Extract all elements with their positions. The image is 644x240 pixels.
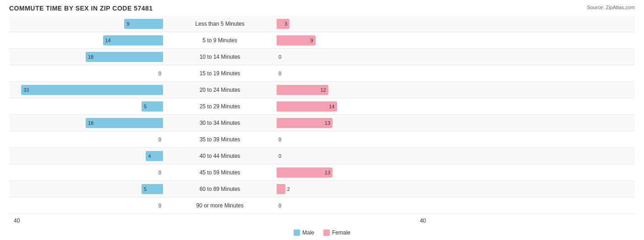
male-value: 5: [144, 104, 147, 109]
female-bar: [277, 184, 285, 194]
bar-row: 440 to 44 Minutes0: [9, 148, 635, 164]
left-section: 33: [9, 82, 165, 98]
male-bar: 18: [86, 52, 163, 62]
bar-label: 45 to 59 Minutes: [165, 169, 275, 176]
male-bar: 5: [142, 101, 163, 112]
bar-label: Less than 5 Minutes: [165, 21, 275, 27]
female-zero-value: 0: [278, 153, 281, 159]
left-section: 5: [9, 98, 165, 114]
left-section: 9: [9, 16, 165, 32]
male-value: 18: [88, 120, 93, 126]
male-bar: 5: [142, 184, 163, 194]
source-text: Source: ZipAtlas.com: [587, 5, 635, 10]
legend-male-box: [294, 229, 300, 236]
right-section: 0: [275, 49, 431, 65]
male-value: 9: [126, 21, 129, 27]
bar-row: 1830 to 34 Minutes13: [9, 115, 635, 131]
female-value: 14: [329, 104, 334, 109]
female-zero-value: 0: [278, 71, 281, 76]
female-value: 12: [320, 87, 326, 93]
bar-label: 20 to 24 Minutes: [165, 87, 275, 93]
bar-label: 90 or more Minutes: [165, 202, 275, 209]
legend-female: Female: [323, 229, 350, 236]
female-value: 3: [284, 21, 287, 27]
male-value: 18: [88, 54, 93, 60]
male-value: 33: [23, 87, 29, 93]
bar-label: 10 to 14 Minutes: [165, 54, 275, 60]
chart-title: COMMUTE TIME BY SEX IN ZIP CODE 57481: [9, 5, 153, 12]
bar-row: 090 or more Minutes0: [9, 197, 635, 214]
male-bar: 33: [21, 85, 163, 95]
female-zero-value: 0: [278, 137, 281, 142]
bar-label: 25 to 29 Minutes: [165, 103, 275, 110]
right-section: 13: [275, 164, 431, 180]
female-bar: 13: [277, 167, 333, 178]
bar-label: 35 to 39 Minutes: [165, 136, 275, 143]
left-section: 0: [9, 131, 165, 147]
female-value: 9: [310, 38, 313, 43]
bar-row: 560 to 89 Minutes2: [9, 181, 635, 197]
right-section: 3: [275, 16, 431, 32]
male-value: 5: [144, 186, 147, 192]
female-value: 13: [325, 170, 330, 175]
left-section: 0: [9, 164, 165, 180]
legend-male-label: Male: [302, 229, 314, 236]
left-section: 5: [9, 181, 165, 197]
male-value: 14: [105, 38, 111, 43]
left-section: 4: [9, 148, 165, 164]
right-section: 13: [275, 115, 431, 131]
female-zero-value: 0: [278, 203, 281, 208]
male-zero-value: 0: [158, 170, 161, 175]
bar-row: 145 to 9 Minutes9: [9, 32, 635, 49]
right-section: 12: [275, 82, 431, 98]
bar-row: 045 to 59 Minutes13: [9, 164, 635, 181]
bar-row: 1810 to 14 Minutes0: [9, 49, 635, 65]
female-bar: 9: [277, 35, 316, 45]
bar-label: 15 to 19 Minutes: [165, 70, 275, 77]
bar-label: 40 to 44 Minutes: [165, 153, 275, 159]
female-zero-value: 0: [278, 54, 281, 60]
bar-row: 035 to 39 Minutes0: [9, 131, 635, 148]
bar-label: 5 to 9 Minutes: [165, 37, 275, 44]
bar-row: 9Less than 5 Minutes3: [9, 16, 635, 32]
left-section: 14: [9, 32, 165, 48]
left-section: 0: [9, 65, 165, 81]
female-value: 13: [325, 120, 330, 126]
right-section: 9: [275, 32, 431, 48]
female-bar: 13: [277, 118, 333, 128]
legend-female-label: Female: [332, 229, 350, 236]
right-section: 2: [275, 181, 431, 197]
axis-left-label: 40: [14, 218, 20, 224]
bar-row: 3320 to 24 Minutes12: [9, 82, 635, 98]
left-section: 18: [9, 115, 165, 131]
male-zero-value: 0: [158, 71, 161, 76]
bar-row: 015 to 19 Minutes0: [9, 65, 635, 82]
left-section: 18: [9, 49, 165, 65]
male-zero-value: 0: [158, 137, 161, 142]
legend-male: Male: [294, 229, 314, 236]
legend-female-box: [323, 229, 330, 236]
right-section: 0: [275, 197, 431, 213]
bar-label: 30 to 34 Minutes: [165, 120, 275, 126]
female-bar: 14: [277, 101, 337, 112]
male-bar: 14: [103, 35, 164, 45]
male-bar: 18: [86, 118, 163, 128]
right-section: 0: [275, 131, 431, 147]
left-section: 0: [9, 197, 165, 213]
female-bar: 3: [277, 19, 289, 29]
bar-row: 525 to 29 Minutes14: [9, 98, 635, 115]
female-bar: 12: [277, 85, 328, 95]
right-section: 14: [275, 98, 431, 114]
male-zero-value: 0: [158, 203, 161, 208]
chart-area: 9Less than 5 Minutes3145 to 9 Minutes918…: [9, 16, 635, 214]
male-value: 4: [148, 153, 151, 159]
axis-right-label: 40: [420, 218, 426, 224]
female-outer-value: 2: [287, 186, 290, 192]
axis-row: 40 40: [9, 214, 635, 228]
bar-label: 60 to 89 Minutes: [165, 186, 275, 192]
right-section: 0: [275, 65, 431, 81]
right-section: 0: [275, 148, 431, 164]
male-bar: 9: [124, 19, 163, 29]
male-bar: 4: [146, 151, 163, 161]
legend-row: Male Female: [9, 229, 635, 236]
